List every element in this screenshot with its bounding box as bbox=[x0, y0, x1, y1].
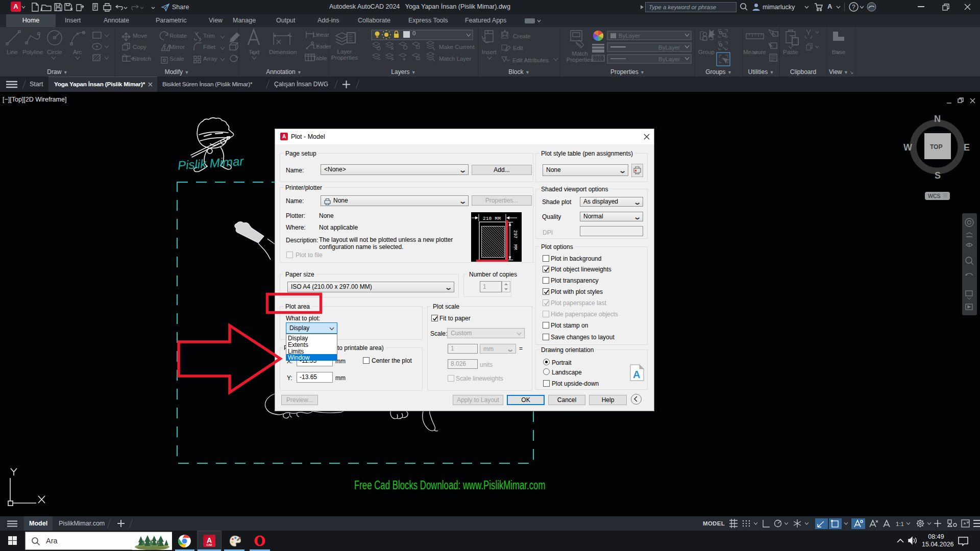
svg-text:1:1: 1:1 bbox=[896, 521, 904, 527]
svg-text:?: ? bbox=[852, 4, 855, 11]
